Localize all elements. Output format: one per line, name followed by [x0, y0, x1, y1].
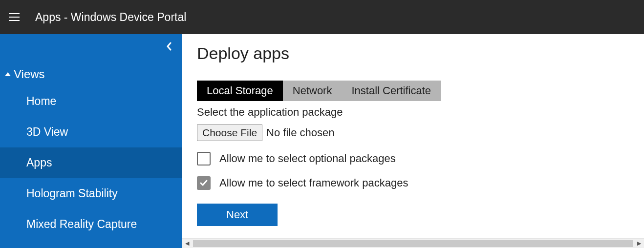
tab-install-certificate[interactable]: Install Certificate [342, 81, 441, 101]
hamburger-icon[interactable] [9, 13, 20, 21]
tab-bar: Local Storage Network Install Certificat… [197, 81, 629, 101]
checkbox-row-framework-packages: Allow me to select framework packages [197, 176, 629, 190]
nav-group-views[interactable]: Views [0, 62, 182, 86]
sidebar-item-label: 3D View [26, 125, 68, 138]
checkbox-label: Allow me to select optional packages [219, 152, 396, 165]
nav-group-label: Views [14, 67, 45, 81]
sidebar-item-apps[interactable]: Apps [0, 147, 182, 178]
horizontal-scrollbar[interactable]: ◀ ▶ [182, 238, 644, 248]
sidebar: Views Home 3D View Apps Hologram Stabili… [0, 34, 182, 248]
file-input-row: Choose File No file chosen [197, 124, 629, 141]
next-button[interactable]: Next [197, 204, 278, 226]
sidebar-item-label: Hologram Stability [26, 187, 118, 200]
tab-network[interactable]: Network [283, 81, 342, 101]
select-package-label: Select the application package [197, 106, 629, 119]
nav-items: Home 3D View Apps Hologram Stability Mix… [0, 86, 182, 240]
file-chosen-status: No file chosen [266, 126, 334, 139]
tab-label: Local Storage [207, 84, 273, 97]
scroll-right-arrow-icon[interactable]: ▶ [634, 240, 644, 247]
framework-packages-checkbox[interactable] [197, 176, 211, 190]
app-header: Apps - Windows Device Portal [0, 0, 644, 34]
scroll-left-arrow-icon[interactable]: ◀ [182, 240, 192, 247]
page-title: Deploy apps [197, 44, 629, 63]
chevron-left-icon [166, 42, 172, 51]
sidebar-item-mixed-reality-capture[interactable]: Mixed Reality Capture [0, 209, 182, 240]
sidebar-item-label: Mixed Reality Capture [26, 218, 137, 230]
check-icon [199, 179, 208, 187]
sidebar-item-hologram-stability[interactable]: Hologram Stability [0, 178, 182, 209]
choose-file-button[interactable]: Choose File [197, 124, 262, 141]
tab-label: Install Certificate [351, 84, 431, 97]
checkbox-label: Allow me to select framework packages [219, 177, 408, 189]
sidebar-item-home[interactable]: Home [0, 86, 182, 117]
tab-label: Network [293, 84, 332, 97]
main-panel: Deploy apps Local Storage Network Instal… [182, 34, 644, 248]
tab-local-storage[interactable]: Local Storage [197, 81, 283, 101]
scrollbar-track[interactable] [193, 240, 633, 247]
page-title-header: Apps - Windows Device Portal [35, 11, 186, 24]
sidebar-item-label: Home [26, 95, 56, 107]
sidebar-item-label: Apps [26, 156, 52, 169]
triangle-up-icon [5, 72, 11, 76]
sidebar-item-3d-view[interactable]: 3D View [0, 117, 182, 147]
collapse-sidebar-button[interactable] [166, 42, 172, 51]
optional-packages-checkbox[interactable] [197, 152, 211, 165]
checkbox-row-optional-packages: Allow me to select optional packages [197, 152, 629, 165]
